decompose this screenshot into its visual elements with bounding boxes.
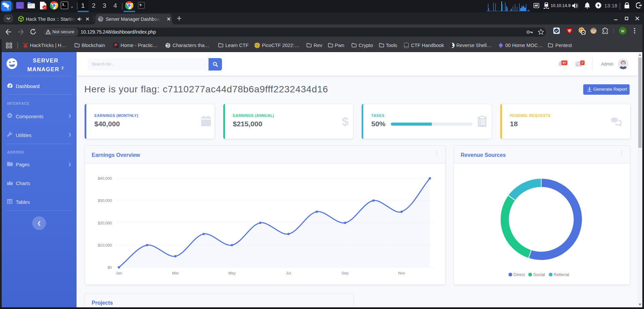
svg-text:$20,000: $20,000 [98,221,112,225]
svg-text:$0: $0 [107,265,112,269]
svg-text:Mar: Mar [172,271,179,275]
svg-text:Jul: Jul [286,271,291,275]
svg-text:$40,000: $40,000 [98,176,112,180]
svg-text:$30,000: $30,000 [98,198,112,203]
svg-text:Sep: Sep [341,271,348,275]
svg-text:$10,000: $10,000 [98,243,112,247]
svg-text:Nov: Nov [398,271,405,275]
svg-text:Jan: Jan [116,271,122,275]
svg-text:Social: Social [533,272,545,277]
svg-text:Direct: Direct [513,272,525,277]
svg-text:Referral: Referral [554,272,569,277]
svg-text:May: May [228,271,236,275]
